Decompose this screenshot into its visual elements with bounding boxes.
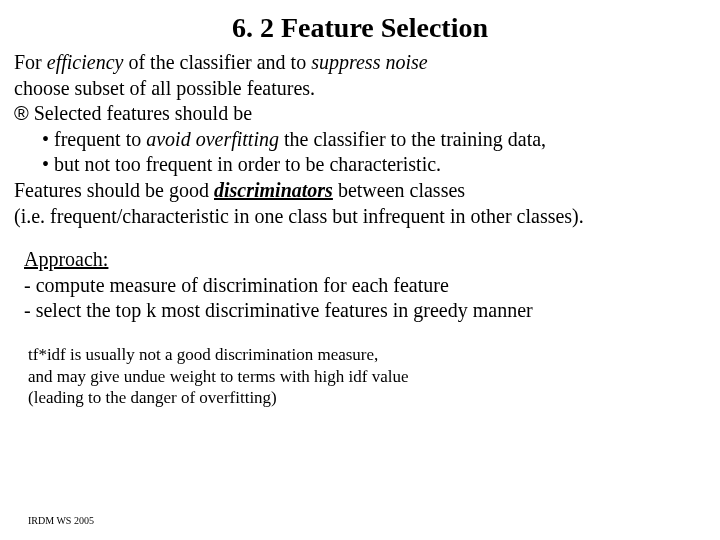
- t: For: [14, 51, 47, 73]
- t-italic: suppress noise: [311, 51, 427, 73]
- line: ® Selected features should be: [14, 101, 706, 127]
- line: - compute measure of discrimination for …: [24, 273, 700, 299]
- line: Approach:: [24, 247, 700, 273]
- t-emph: discriminators: [214, 179, 333, 201]
- t: between classes: [333, 179, 465, 201]
- arrow-icon: ®: [14, 102, 29, 124]
- slide-title: 6. 2 Feature Selection: [0, 0, 720, 50]
- t: • frequent to: [42, 128, 146, 150]
- t: Features should be good: [14, 179, 214, 201]
- slide: 6. 2 Feature Selection For efficiency of…: [0, 0, 720, 540]
- t-italic: efficiency: [47, 51, 124, 73]
- t: of the classifier and to: [123, 51, 311, 73]
- line: choose subset of all possible features.: [14, 76, 706, 102]
- bullet-line: • frequent to avoid overfitting the clas…: [14, 127, 706, 153]
- line: - select the top k most discriminative f…: [24, 298, 700, 324]
- footer-text: IRDM WS 2005: [28, 515, 94, 526]
- t: the classifier to the training data,: [279, 128, 546, 150]
- line: (leading to the danger of overfitting): [28, 387, 700, 409]
- t-italic: avoid overfitting: [146, 128, 279, 150]
- t: Selected features should be: [29, 102, 252, 124]
- line: For efficiency of the classifier and to …: [14, 50, 706, 76]
- line: Features should be good discriminators b…: [14, 178, 706, 204]
- line: and may give undue weight to terms with …: [28, 366, 700, 388]
- approach-block: Approach: - compute measure of discrimin…: [0, 229, 720, 324]
- intro-block: For efficiency of the classifier and to …: [0, 50, 720, 229]
- line: (i.e. frequent/characteristic in one cla…: [14, 204, 706, 230]
- t-underline: Approach:: [24, 248, 108, 270]
- note-block: tf*idf is usually not a good discriminat…: [0, 324, 720, 409]
- line: tf*idf is usually not a good discriminat…: [28, 344, 700, 366]
- bullet-line: • but not too frequent in order to be ch…: [14, 152, 706, 178]
